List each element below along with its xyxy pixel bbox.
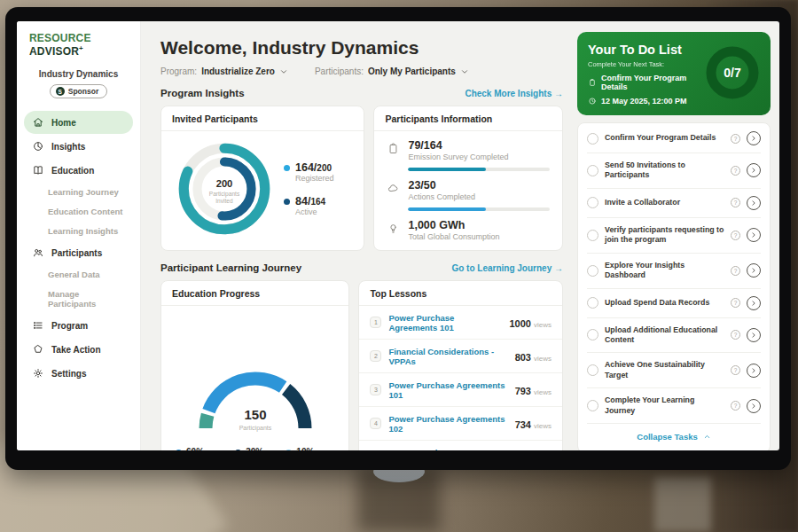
program-icon xyxy=(32,319,44,332)
task-label: Explore Your Insights Dashboard xyxy=(605,261,724,281)
sidebar-item-take-action[interactable]: Take Action xyxy=(24,338,133,361)
brand-logo: RESOURCE ADVISOR+ xyxy=(24,32,133,58)
program-select[interactable]: Program: Industrialize Zero xyxy=(160,66,288,76)
help-icon[interactable]: ? xyxy=(731,401,740,411)
todo-next-task-label: Confirm Your Program Details xyxy=(601,74,712,91)
chevron-right-button[interactable] xyxy=(747,228,761,242)
task-checkbox[interactable] xyxy=(587,265,598,277)
help-icon[interactable]: ? xyxy=(731,166,740,176)
task-row[interactable]: Confirm Your Program Details ? xyxy=(587,124,761,153)
sidebar-item-label: Participants xyxy=(51,248,102,258)
stat-value: 23/50 xyxy=(408,179,550,192)
task-row[interactable]: Explore Your Insights Dashboard ? xyxy=(587,254,761,289)
chevron-right-button[interactable] xyxy=(747,296,761,310)
help-icon[interactable]: ? xyxy=(731,298,740,308)
task-row[interactable]: Achieve One Sustainability Target ? xyxy=(587,353,761,388)
org-name: Industry Dynamics xyxy=(24,69,133,79)
sidebar-item-learning-journey[interactable]: Learning Journey xyxy=(24,183,133,201)
stat-global-consumption: 1,000 GWh Total Global Consumption xyxy=(387,219,550,241)
lesson-link[interactable]: Power Purchase Agreements 101 xyxy=(388,380,507,400)
task-checkbox[interactable] xyxy=(587,329,598,340)
task-label: Achieve One Sustainability Target xyxy=(605,360,724,380)
help-icon[interactable]: ? xyxy=(731,365,740,375)
lesson-row: 1 Power Purchase Agreements 101 1000view… xyxy=(359,306,562,340)
task-checkbox[interactable] xyxy=(587,133,598,145)
sidebar-item-learning-insights[interactable]: Learning Insights xyxy=(24,222,133,240)
chevron-down-icon xyxy=(460,67,469,76)
task-label: Complete Your Learning Journey xyxy=(605,395,724,416)
sidebar-nav: Home Insights Education Learning Journey… xyxy=(24,111,133,385)
donut-center-label: Invited xyxy=(215,198,233,204)
task-label: Upload Additional Educational Content xyxy=(605,325,724,346)
sponsor-badge[interactable]: S Sponsor xyxy=(50,84,107,98)
invited-participants-card: Invited Participants 200 Participants In… xyxy=(160,106,364,251)
clock-icon xyxy=(588,97,597,106)
sidebar-item-general-data[interactable]: General Data xyxy=(24,265,133,284)
stat-label: Actions Completed xyxy=(408,192,550,201)
chevron-down-icon xyxy=(279,67,288,76)
section-title: Participant Learning Journey xyxy=(160,262,301,273)
task-checkbox[interactable] xyxy=(587,400,598,411)
sidebar-item-participants[interactable]: Participants xyxy=(24,241,133,264)
help-icon[interactable]: ? xyxy=(731,330,740,340)
sidebar-item-manage-participants[interactable]: Manage Participants xyxy=(24,285,133,313)
card-title: Invited Participants xyxy=(161,106,364,131)
legend-value: 60% xyxy=(186,447,223,450)
participants-information-card: Participants Information 79/164 Emission… xyxy=(373,106,563,251)
task-checkbox[interactable] xyxy=(587,364,598,376)
donut-center-label: Participants xyxy=(209,191,240,198)
home-icon xyxy=(32,116,44,129)
chevron-right-button[interactable] xyxy=(747,399,761,413)
task-checkbox[interactable] xyxy=(587,197,598,208)
task-checkbox[interactable] xyxy=(587,165,598,176)
take-action-icon xyxy=(32,343,44,356)
lesson-link[interactable]: Power Purchase Agreements 103 xyxy=(388,448,507,451)
sidebar-item-insights[interactable]: Insights xyxy=(24,135,133,158)
task-row[interactable]: Send 50 Invitations to Participants ? xyxy=(587,153,761,189)
filter-bar: Program: Industrialize Zero Participants… xyxy=(160,66,563,76)
help-icon[interactable]: ? xyxy=(731,198,740,207)
donut-legend: 164/200 Registered 84/164 Active xyxy=(284,161,334,216)
lesson-link[interactable]: Financial Considerations - VPPAs xyxy=(388,347,507,366)
top-lessons-card: Top Lessons 1 Power Purchase Agreements … xyxy=(358,280,563,450)
sidebar-item-education[interactable]: Education xyxy=(24,159,133,182)
sidebar-item-home[interactable]: Home xyxy=(24,111,133,134)
chevron-right-button[interactable] xyxy=(747,328,761,342)
chevron-right-button[interactable] xyxy=(747,196,761,210)
collapse-tasks-link[interactable]: Collapse Tasks xyxy=(587,424,761,450)
sidebar-item-settings[interactable]: Settings xyxy=(24,362,133,385)
help-icon[interactable]: ? xyxy=(731,231,740,240)
background-object xyxy=(654,477,711,532)
task-row[interactable]: Complete Your Learning Journey ? xyxy=(587,388,761,424)
task-row[interactable]: Verify participants requesting to join t… xyxy=(587,218,761,254)
chevron-right-button[interactable] xyxy=(747,131,761,145)
stat-actions-completed: 23/50 Actions Completed xyxy=(387,179,550,219)
task-row[interactable]: Invite a Collaborator ? xyxy=(587,189,761,218)
learning-cards: Education Progress 150 Participants 60% … xyxy=(160,280,563,450)
main-content: Welcome, Industry Dynamics Program: Indu… xyxy=(141,21,575,450)
sidebar-item-label: Program xyxy=(51,321,88,331)
task-checkbox[interactable] xyxy=(587,230,598,241)
chevron-right-button[interactable] xyxy=(747,163,761,177)
help-icon[interactable]: ? xyxy=(731,266,740,276)
legend-value: 30% xyxy=(246,447,273,450)
sidebar-item-education-content[interactable]: Education Content xyxy=(24,202,133,221)
lesson-link[interactable]: Power Purchase Agreements 101 xyxy=(388,313,502,332)
lesson-views: 734 xyxy=(515,419,531,430)
check-more-insights-link[interactable]: Check More Insights → xyxy=(465,89,563,98)
sidebar-item-program[interactable]: Program xyxy=(24,314,133,337)
task-checkbox[interactable] xyxy=(587,297,598,309)
lesson-link[interactable]: Power Purchase Agreements 102 xyxy=(388,414,507,434)
task-row[interactable]: Upload Additional Educational Content ? xyxy=(587,318,761,354)
todo-next-task: Confirm Your Program Details xyxy=(588,74,712,91)
task-label: Upload Spend Data Records xyxy=(605,298,724,308)
lesson-rank: 4 xyxy=(370,418,381,429)
go-to-learning-journey-link[interactable]: Go to Learning Journey → xyxy=(451,263,563,273)
chevron-right-button[interactable] xyxy=(747,263,761,278)
help-icon[interactable]: ? xyxy=(731,134,740,144)
chevron-right-button[interactable] xyxy=(747,364,761,378)
progress-bar-fill xyxy=(408,207,486,211)
lesson-views-label: views xyxy=(534,388,552,396)
participants-select[interactable]: Participants: Only My Participants xyxy=(315,66,469,76)
task-row[interactable]: Upload Spend Data Records ? xyxy=(587,289,761,318)
